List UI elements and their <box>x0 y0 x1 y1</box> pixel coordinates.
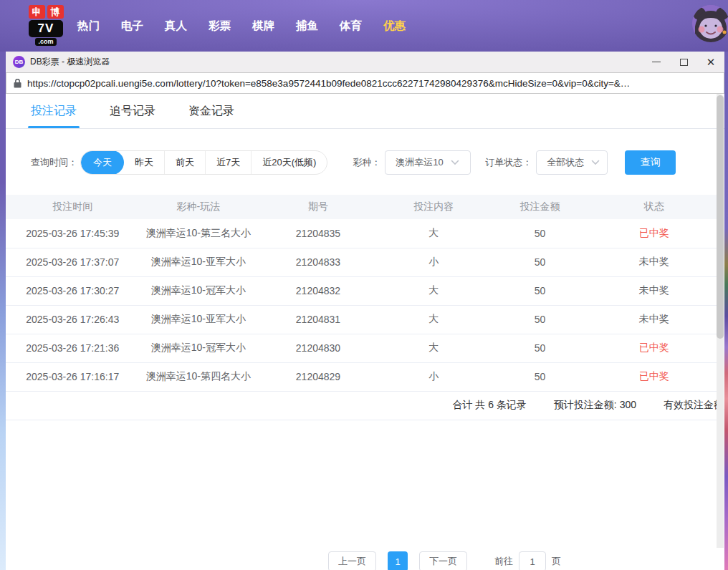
cell-issue: 21204830 <box>257 334 379 362</box>
cell-status: 已中奖 <box>591 362 717 391</box>
nav-item-fishing[interactable]: 捕鱼 <box>296 19 318 34</box>
cell-play: 澳洲幸运10-第四名大小 <box>139 362 257 391</box>
cell-time: 2025-03-26 17:37:07 <box>6 248 139 276</box>
tab-chase-records[interactable]: 追号记录 <box>110 94 155 128</box>
nav-item-slots[interactable]: 电子 <box>121 19 143 34</box>
current-page-button[interactable]: 1 <box>388 551 408 570</box>
cell-time: 2025-03-26 17:16:17 <box>6 362 139 391</box>
nav-item-cards[interactable]: 棋牌 <box>252 19 274 34</box>
scrollbar[interactable] <box>717 94 724 548</box>
lottery-filter-label: 彩种： <box>353 156 380 169</box>
maximize-button[interactable] <box>670 52 697 72</box>
logo-badge-1: 申 <box>29 5 45 19</box>
table-row: 2025-03-26 17:16:17 澳洲幸运10-第四名大小 2120482… <box>6 362 717 391</box>
col-amount: 投注金额 <box>489 195 592 219</box>
scrollbar-thumb[interactable] <box>717 95 724 339</box>
query-button[interactable]: 查询 <box>625 150 676 175</box>
cell-time: 2025-03-26 17:30:27 <box>6 276 139 305</box>
col-bet-time: 投注时间 <box>6 195 139 219</box>
logo-text: 7V <box>29 20 63 37</box>
cell-play: 澳洲幸运10-冠军大小 <box>139 334 257 362</box>
cell-play: 澳洲幸运10-冠军大小 <box>139 276 257 305</box>
tab-fund-records[interactable]: 资金记录 <box>188 94 234 128</box>
nav-item-lottery[interactable]: 彩票 <box>209 19 231 34</box>
prev-page-button[interactable]: 上一页 <box>328 551 376 570</box>
table-row: 2025-03-26 17:45:39 澳洲幸运10-第三名大小 2120483… <box>6 219 717 248</box>
order-status-select[interactable]: 全部状态 <box>536 150 608 175</box>
chevron-down-icon <box>591 160 600 165</box>
time-option-20days[interactable]: 近20天(低频) <box>251 150 327 175</box>
cell-status: 已中奖 <box>591 334 717 362</box>
cell-amount: 50 <box>489 276 592 305</box>
avatar-illustration <box>692 5 728 42</box>
table-row: 2025-03-26 17:37:07 澳洲幸运10-亚军大小 21204833… <box>6 248 717 276</box>
cell-content: 大 <box>379 334 489 362</box>
col-status: 状态 <box>591 195 717 219</box>
table-header-row: 投注时间 彩种-玩法 期号 投注内容 投注金额 状态 <box>6 195 717 219</box>
order-status-value: 全部状态 <box>547 156 584 169</box>
nav-menu: 热门 电子 真人 彩票 棋牌 捕鱼 体育 优惠 <box>77 19 406 34</box>
lottery-select-value: 澳洲幸运10 <box>396 156 443 169</box>
minimize-icon <box>652 62 661 62</box>
minimize-button[interactable] <box>643 52 670 72</box>
cell-amount: 50 <box>489 305 592 334</box>
logo-badge-2: 博 <box>47 5 64 19</box>
cell-issue: 21204829 <box>257 362 379 391</box>
cell-status: 未中奖 <box>591 248 717 276</box>
cell-issue: 21204831 <box>257 305 379 334</box>
summary-count: 合计 共 6 条记录 <box>452 399 526 412</box>
maximize-icon <box>680 59 688 66</box>
cell-status: 已中奖 <box>591 219 717 248</box>
time-option-yesterday[interactable]: 昨天 <box>124 150 164 175</box>
cell-status: 未中奖 <box>591 305 717 334</box>
nav-item-live[interactable]: 真人 <box>165 19 187 34</box>
chevron-down-icon <box>451 160 459 165</box>
site-logo[interactable]: 申 博 7V .com <box>26 5 66 47</box>
cell-time: 2025-03-26 17:26:43 <box>6 305 139 334</box>
nav-item-promo[interactable]: 优惠 <box>383 19 406 34</box>
site-nav: 申 博 7V .com 热门 电子 真人 彩票 棋牌 捕鱼 体育 优惠 <box>0 0 728 52</box>
close-button[interactable]: ✕ <box>697 52 724 72</box>
db-app-icon: DB <box>13 56 25 68</box>
cell-amount: 50 <box>489 219 592 248</box>
cell-content: 小 <box>379 248 489 276</box>
window-title: DB彩票 - 极速浏览器 <box>30 56 110 68</box>
table-row: 2025-03-26 17:30:27 澳洲幸运10-冠军大小 21204832… <box>6 276 717 305</box>
cell-issue: 21204835 <box>257 219 379 248</box>
pagination: 上一页 1 下一页 前往 页 <box>328 551 561 570</box>
time-filter-label: 查询时间： <box>31 156 77 169</box>
avatar[interactable] <box>692 5 728 42</box>
lock-icon <box>14 79 21 88</box>
next-page-button[interactable]: 下一页 <box>419 551 467 570</box>
cell-issue: 21204833 <box>257 248 379 276</box>
record-tabs: 投注记录 追号记录 资金记录 <box>6 94 724 129</box>
time-filter-group: 今天 昨天 前天 近7天 近20天(低频) <box>80 150 327 175</box>
cell-play: 澳洲幸运10-亚军大小 <box>139 305 257 334</box>
goto-label: 前往 <box>494 555 513 568</box>
cell-content: 大 <box>379 276 489 305</box>
time-option-daybefore[interactable]: 前天 <box>164 150 205 175</box>
cell-play: 澳洲幸运10-亚军大小 <box>139 248 257 276</box>
summary-expected: 预计投注金额: 300 <box>554 399 636 412</box>
table-row: 2025-03-26 17:26:43 澳洲幸运10-亚军大小 21204831… <box>6 305 717 334</box>
goto-page-input[interactable] <box>519 551 546 570</box>
url-text[interactable]: https://ctopcp02pcali.uengi5e.com/lotter… <box>27 78 630 89</box>
filter-bar: 查询时间： 今天 昨天 前天 近7天 近20天(低频) 彩种： 澳洲幸运10 订… <box>6 150 724 175</box>
nav-item-sports[interactable]: 体育 <box>340 19 362 34</box>
cell-content: 大 <box>379 219 489 248</box>
cell-content: 小 <box>379 362 489 391</box>
time-option-today[interactable]: 今天 <box>81 150 124 175</box>
cell-amount: 50 <box>489 248 592 276</box>
cell-play: 澳洲幸运10-第三名大小 <box>139 219 257 248</box>
col-content: 投注内容 <box>379 195 489 219</box>
address-bar[interactable]: https://ctopcp02pcali.uengi5e.com/lotter… <box>6 72 724 94</box>
browser-window: DB DB彩票 - 极速浏览器 ✕ https://ctopcp02pcali.… <box>6 52 724 570</box>
summary-row: 合计 共 6 条记录 预计投注金额: 300 有效投注金额 <box>6 392 724 420</box>
logo-domain: .com <box>35 38 56 46</box>
window-titlebar[interactable]: DB DB彩票 - 极速浏览器 ✕ <box>6 52 724 72</box>
nav-item-hot[interactable]: 热门 <box>77 19 100 34</box>
tab-bet-records[interactable]: 投注记录 <box>31 94 77 128</box>
cell-time: 2025-03-26 17:21:36 <box>6 334 139 362</box>
lottery-select[interactable]: 澳洲幸运10 <box>385 150 471 175</box>
time-option-7days[interactable]: 近7天 <box>205 150 251 175</box>
